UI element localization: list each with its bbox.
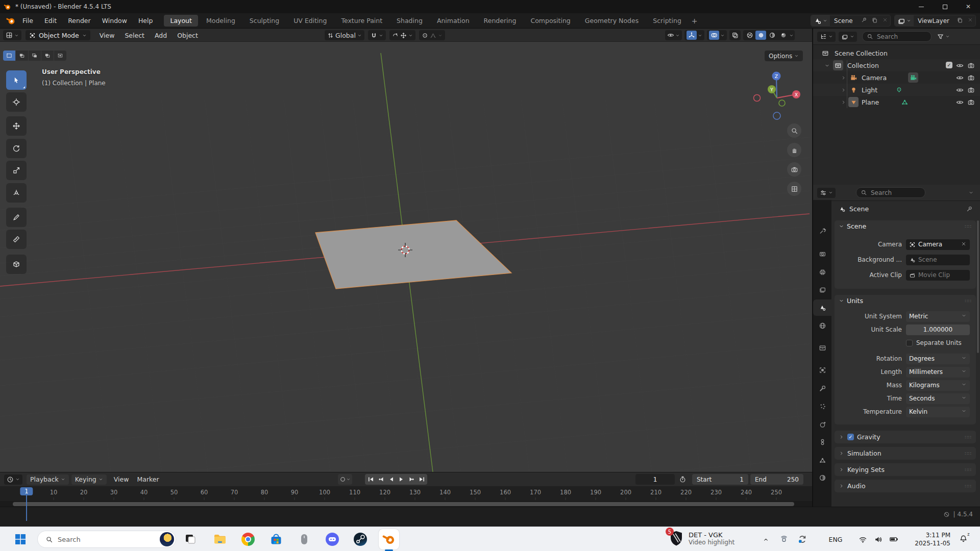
viewport-menu-item[interactable]: Select [125, 32, 144, 39]
viewport-menu-item[interactable]: Add [155, 32, 167, 39]
shading-material-button[interactable] [767, 31, 777, 40]
frame-start-field[interactable]: Start1 [692, 474, 748, 485]
disable-render-icon[interactable] [967, 74, 975, 82]
select-mode-extend[interactable] [29, 51, 41, 61]
tray-ring-icon[interactable] [778, 531, 790, 547]
plane-object[interactable] [315, 220, 511, 289]
shading-solid-button[interactable] [755, 31, 766, 40]
tab-physics[interactable] [813, 416, 831, 433]
properties-search-input[interactable] [870, 189, 921, 197]
snap-settings-dropdown[interactable] [389, 30, 415, 40]
frame-end-field[interactable]: End250 [750, 474, 803, 485]
viewlayer-copy-button[interactable] [954, 17, 965, 25]
jump-to-end-button[interactable] [417, 475, 426, 484]
workspace-tab[interactable]: Shading [390, 15, 429, 27]
playback-menu[interactable]: Playback [27, 474, 69, 485]
add-workspace-button[interactable]: + [688, 16, 702, 26]
battery-icon[interactable] [887, 531, 900, 547]
keying-menu[interactable]: Keying [71, 474, 107, 485]
menu-item[interactable]: Help [138, 17, 153, 24]
wifi-icon[interactable] [856, 531, 869, 547]
task-view-button[interactable] [182, 531, 199, 547]
shading-rendered-button[interactable] [778, 31, 789, 40]
outliner-editor-type-button[interactable] [817, 32, 836, 42]
viewport-menu-item[interactable]: Object [177, 32, 198, 39]
tool-rotate[interactable] [6, 139, 27, 158]
workspace-tab[interactable]: UV Editing [287, 15, 333, 27]
properties-scrollbar[interactable] [977, 220, 979, 353]
ms-store-icon[interactable] [268, 531, 284, 547]
workspace-tab[interactable]: Geometry Nodes [579, 15, 645, 27]
expand-arrow-icon[interactable] [824, 63, 830, 68]
disable-render-icon[interactable] [967, 98, 975, 106]
scene-name[interactable]: Scene [830, 17, 859, 24]
hide-eye-icon[interactable] [956, 98, 964, 106]
zoom-view-button[interactable] [787, 123, 801, 138]
gravity-panel[interactable]: ✓ Gravity ∷∷ [835, 431, 976, 443]
viewport-menu-item[interactable]: View [100, 32, 115, 39]
hide-eye-icon[interactable] [956, 74, 964, 82]
rotation-dropdown[interactable]: Degrees [906, 354, 970, 364]
length-dropdown[interactable]: Millimeters [906, 367, 970, 378]
tab-scene[interactable] [813, 299, 831, 316]
drag-handle[interactable]: ∷∷ [965, 298, 972, 304]
timeline-marker-menu[interactable]: Marker [137, 475, 159, 483]
overlays-toggle[interactable] [707, 30, 727, 40]
audio-panel[interactable]: Audio ∷∷ [835, 480, 976, 492]
tool-add-cube[interactable] [6, 255, 27, 274]
workspace-tab[interactable]: Layout [164, 15, 198, 27]
play-reverse-button[interactable] [386, 475, 396, 484]
steam-icon[interactable] [352, 531, 369, 547]
tab-collection[interactable] [813, 339, 831, 356]
auto-keying-toggle[interactable] [338, 474, 352, 485]
gizmos-toggle[interactable] [684, 30, 704, 40]
notification-bell-icon[interactable]: z [957, 531, 970, 547]
drag-handle[interactable]: ∷∷ [965, 224, 972, 229]
tool-annotate[interactable] [6, 208, 27, 227]
proportional-edit-toggle[interactable] [419, 30, 445, 40]
disable-render-icon[interactable] [967, 62, 975, 69]
menu-item[interactable]: Edit [44, 17, 57, 24]
hide-eye-icon[interactable] [956, 62, 964, 69]
scene-activeclip-field[interactable]: Movie Clip [906, 270, 970, 281]
tab-output[interactable] [813, 264, 831, 280]
menu-item[interactable]: Render [68, 17, 91, 24]
tab-object[interactable] [813, 362, 831, 378]
outliner-row-light[interactable]: Light [813, 84, 980, 96]
units-panel-header[interactable]: Units ∷∷ [835, 295, 976, 307]
notification-area[interactable]: 5 DET - VGK Video highlight [669, 530, 734, 546]
tray-expand-chevron[interactable] [760, 531, 772, 547]
tab-render[interactable] [813, 245, 831, 262]
tool-cursor[interactable] [6, 92, 27, 112]
menu-item[interactable]: Window [102, 17, 127, 24]
editor-type-button[interactable] [3, 30, 21, 40]
temperature-dropdown[interactable]: Kelvin [906, 407, 970, 417]
minimize-button[interactable] [910, 0, 933, 13]
xray-toggle[interactable] [729, 30, 741, 40]
timeline-ruler[interactable]: 1102030405060708090100110120130140150160… [0, 486, 812, 501]
tray-clock[interactable]: 3:11 PM 2025-11-05 [915, 531, 950, 547]
scene-browse-button[interactable] [811, 15, 830, 26]
file-explorer-icon[interactable] [212, 531, 228, 547]
mouse-settings-icon[interactable] [296, 531, 312, 547]
workspace-tab[interactable]: Modeling [200, 15, 241, 27]
workspace-tab[interactable]: Scripting [647, 15, 688, 27]
tray-language[interactable]: ENG [827, 531, 844, 547]
workspace-tab[interactable]: Animation [431, 15, 476, 27]
close-button[interactable]: ✕ [957, 0, 980, 13]
tab-constraints[interactable] [813, 434, 831, 450]
expand-arrow-icon[interactable] [841, 75, 846, 81]
tool-select-box[interactable] [6, 70, 27, 90]
shading-wireframe-button[interactable] [744, 31, 755, 40]
viewlayer-browse-button[interactable] [895, 15, 914, 26]
outliner-search[interactable] [862, 31, 932, 42]
collection-checkbox[interactable]: ✓ [946, 62, 952, 68]
expand-arrow-icon[interactable] [841, 87, 846, 93]
chrome-icon[interactable] [240, 531, 256, 547]
navigation-gizmo[interactable]: Z X Y [746, 66, 807, 127]
viewport-3d[interactable]: Object Mode ViewSelectAddObject Global [0, 29, 812, 472]
outliner-search-input[interactable] [876, 33, 927, 41]
maximize-button[interactable] [933, 0, 957, 13]
ortho-view-button[interactable] [787, 182, 801, 196]
viewlayer-name[interactable]: ViewLayer [914, 17, 954, 24]
